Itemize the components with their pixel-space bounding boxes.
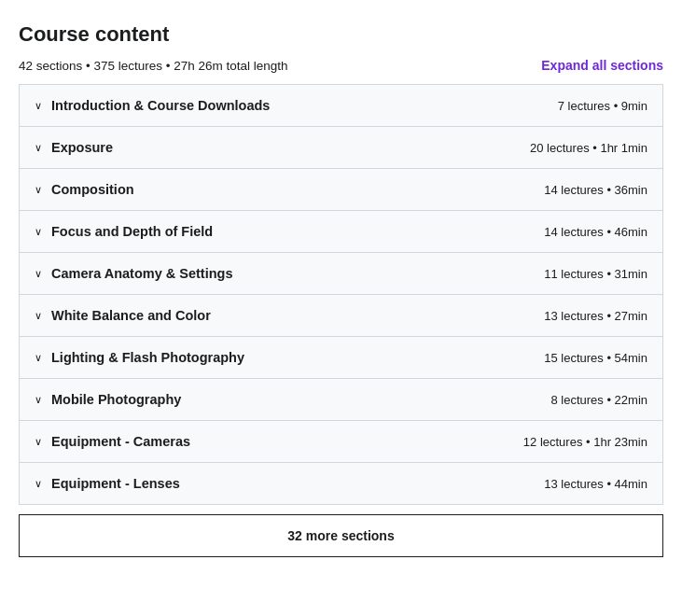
- section-meta: 14 lectures • 46min: [544, 225, 647, 239]
- chevron-down-icon: ∨: [35, 226, 42, 238]
- section-title: Exposure: [51, 140, 113, 155]
- section-left: ∨Lighting & Flash Photography: [35, 350, 244, 365]
- section-meta: 7 lectures • 9min: [558, 99, 647, 113]
- section-meta: 11 lectures • 31min: [544, 267, 647, 281]
- section-left: ∨Equipment - Lenses: [35, 476, 180, 491]
- section-title: Lighting & Flash Photography: [51, 350, 244, 365]
- section-row[interactable]: ∨Exposure20 lectures • 1hr 1min: [20, 127, 662, 169]
- section-left: ∨Introduction & Course Downloads: [35, 98, 270, 113]
- expand-all-button[interactable]: Expand all sections: [541, 58, 663, 73]
- page-title: Course content: [19, 22, 663, 47]
- chevron-down-icon: ∨: [35, 184, 42, 196]
- section-title: Equipment - Lenses: [51, 476, 180, 491]
- section-left: ∨Focus and Depth of Field: [35, 224, 213, 239]
- section-row[interactable]: ∨Lighting & Flash Photography15 lectures…: [20, 337, 662, 379]
- section-row[interactable]: ∨Equipment - Cameras12 lectures • 1hr 23…: [20, 421, 662, 463]
- chevron-down-icon: ∨: [35, 352, 42, 364]
- section-title: Camera Anatomy & Settings: [51, 266, 232, 281]
- section-left: ∨Composition: [35, 182, 134, 197]
- section-left: ∨Mobile Photography: [35, 392, 181, 407]
- section-title: Mobile Photography: [51, 392, 181, 407]
- meta-row: 42 sections • 375 lectures • 27h 26m tot…: [19, 58, 663, 73]
- chevron-down-icon: ∨: [35, 142, 42, 154]
- chevron-down-icon: ∨: [35, 394, 42, 406]
- section-meta: 13 lectures • 44min: [544, 477, 647, 491]
- section-title: Equipment - Cameras: [51, 434, 190, 449]
- section-title: Focus and Depth of Field: [51, 224, 213, 239]
- section-title: Introduction & Course Downloads: [51, 98, 270, 113]
- section-title: Composition: [51, 182, 134, 197]
- course-meta: 42 sections • 375 lectures • 27h 26m tot…: [19, 59, 288, 73]
- section-left: ∨Exposure: [35, 140, 113, 155]
- section-meta: 8 lectures • 22min: [550, 393, 647, 407]
- section-title: White Balance and Color: [51, 308, 211, 323]
- section-left: ∨Camera Anatomy & Settings: [35, 266, 232, 281]
- section-row[interactable]: ∨Camera Anatomy & Settings11 lectures • …: [20, 253, 662, 295]
- sections-container: ∨Introduction & Course Downloads7 lectur…: [19, 84, 663, 505]
- chevron-down-icon: ∨: [35, 478, 42, 490]
- section-meta: 14 lectures • 36min: [544, 183, 647, 197]
- chevron-down-icon: ∨: [35, 268, 42, 280]
- section-row[interactable]: ∨Equipment - Lenses13 lectures • 44min: [20, 463, 662, 504]
- more-sections-button[interactable]: 32 more sections: [19, 514, 663, 557]
- section-row[interactable]: ∨Focus and Depth of Field14 lectures • 4…: [20, 211, 662, 253]
- chevron-down-icon: ∨: [35, 100, 42, 112]
- section-left: ∨White Balance and Color: [35, 308, 211, 323]
- section-meta: 13 lectures • 27min: [544, 309, 647, 323]
- section-meta: 12 lectures • 1hr 23min: [523, 435, 647, 449]
- section-meta: 20 lectures • 1hr 1min: [530, 141, 647, 155]
- section-row[interactable]: ∨Mobile Photography8 lectures • 22min: [20, 379, 662, 421]
- section-meta: 15 lectures • 54min: [544, 351, 647, 365]
- chevron-down-icon: ∨: [35, 310, 42, 322]
- section-left: ∨Equipment - Cameras: [35, 434, 190, 449]
- section-row[interactable]: ∨Composition14 lectures • 36min: [20, 169, 662, 211]
- section-row[interactable]: ∨White Balance and Color13 lectures • 27…: [20, 295, 662, 337]
- chevron-down-icon: ∨: [35, 436, 42, 448]
- section-row[interactable]: ∨Introduction & Course Downloads7 lectur…: [20, 85, 662, 127]
